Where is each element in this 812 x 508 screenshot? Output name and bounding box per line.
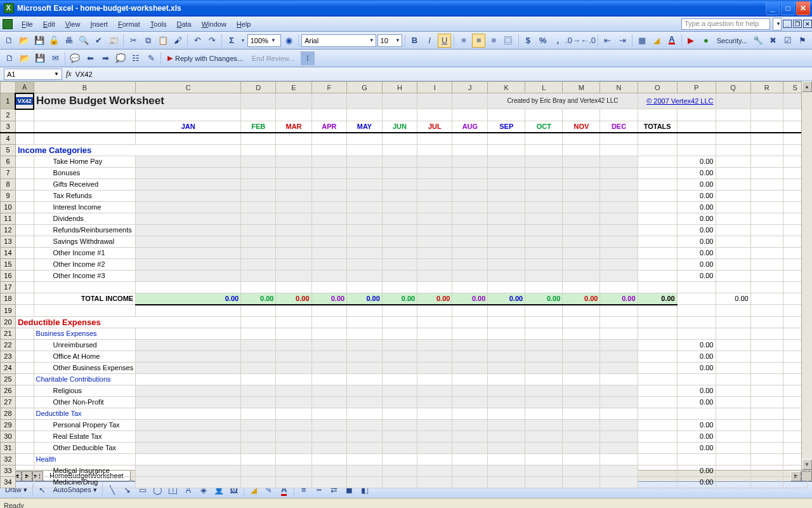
- input-cell[interactable]: [525, 270, 563, 281]
- input-cell[interactable]: [241, 339, 276, 351]
- input-cell[interactable]: [600, 270, 638, 281]
- input-cell[interactable]: [311, 339, 347, 351]
- input-cell[interactable]: [311, 431, 347, 442]
- input-cell[interactable]: [241, 178, 276, 190]
- input-cell[interactable]: [525, 247, 563, 258]
- input-cell[interactable]: [136, 190, 241, 201]
- ink-icon[interactable]: ✎: [144, 51, 158, 65]
- input-cell[interactable]: [347, 476, 383, 488]
- row-header-13[interactable]: 13: [1, 236, 16, 247]
- input-cell[interactable]: [241, 431, 276, 442]
- input-cell[interactable]: [525, 258, 563, 270]
- input-cell[interactable]: [136, 431, 241, 442]
- input-cell[interactable]: [600, 224, 638, 236]
- input-cell[interactable]: [563, 362, 600, 373]
- input-cell[interactable]: [525, 236, 563, 247]
- input-cell[interactable]: [417, 213, 452, 224]
- input-cell[interactable]: [311, 236, 347, 247]
- input-cell[interactable]: [311, 270, 347, 281]
- input-cell[interactable]: [452, 258, 488, 270]
- row-header-7[interactable]: 7: [1, 167, 16, 178]
- align-center-button[interactable]: ≡: [472, 34, 486, 48]
- input-cell[interactable]: [241, 236, 276, 247]
- row-header-8[interactable]: 8: [1, 178, 16, 190]
- input-cell[interactable]: [382, 258, 417, 270]
- input-cell[interactable]: [276, 201, 311, 213]
- input-cell[interactable]: [488, 156, 525, 167]
- input-cell[interactable]: [563, 431, 600, 442]
- input-cell[interactable]: [488, 385, 525, 396]
- input-cell[interactable]: [417, 385, 452, 396]
- input-cell[interactable]: [600, 247, 638, 258]
- input-cell[interactable]: [136, 339, 241, 351]
- row-header-16[interactable]: 16: [1, 270, 16, 281]
- input-cell[interactable]: [488, 190, 525, 201]
- input-cell[interactable]: [276, 167, 311, 178]
- input-cell[interactable]: [241, 476, 276, 488]
- input-cell[interactable]: [488, 224, 525, 236]
- input-cell[interactable]: [600, 442, 638, 453]
- input-cell[interactable]: [382, 190, 417, 201]
- row-header-3[interactable]: 3: [1, 121, 16, 133]
- menu-tools[interactable]: Tools: [145, 19, 172, 29]
- input-cell[interactable]: [347, 385, 383, 396]
- input-cell[interactable]: [488, 362, 525, 373]
- input-cell[interactable]: [452, 201, 488, 213]
- format-painter-icon[interactable]: 🖌: [171, 34, 185, 48]
- input-cell[interactable]: [563, 156, 600, 167]
- input-cell[interactable]: [241, 258, 276, 270]
- input-cell[interactable]: [136, 236, 241, 247]
- input-cell[interactable]: [347, 442, 383, 453]
- row-header-31[interactable]: 31: [1, 442, 16, 453]
- input-cell[interactable]: [347, 236, 383, 247]
- input-cell[interactable]: [136, 419, 241, 431]
- input-cell[interactable]: [417, 270, 452, 281]
- input-cell[interactable]: [563, 178, 600, 190]
- copyright-link[interactable]: © 2007 Vertex42 LLC: [638, 93, 716, 109]
- copy-icon[interactable]: ⧉: [141, 34, 155, 48]
- macro-play-icon[interactable]: ▶: [684, 34, 698, 48]
- input-cell[interactable]: [347, 190, 383, 201]
- input-cell[interactable]: [525, 351, 563, 362]
- mail-icon[interactable]: ✉: [48, 51, 62, 65]
- fx-icon[interactable]: fx: [66, 69, 72, 79]
- input-cell[interactable]: [311, 156, 347, 167]
- input-cell[interactable]: [241, 385, 276, 396]
- input-cell[interactable]: [276, 224, 311, 236]
- input-cell[interactable]: [417, 465, 452, 476]
- col-header-F[interactable]: F: [311, 82, 347, 93]
- show-all-icon[interactable]: ☷: [129, 51, 143, 65]
- input-cell[interactable]: [563, 465, 600, 476]
- row-header-32[interactable]: 32: [1, 453, 16, 465]
- tool-icon-1[interactable]: 🔧: [751, 34, 765, 48]
- workbook-restore-button[interactable]: ❐: [793, 20, 802, 28]
- save-icon[interactable]: 💾: [32, 34, 46, 48]
- input-cell[interactable]: [136, 385, 241, 396]
- input-cell[interactable]: [563, 213, 600, 224]
- input-cell[interactable]: [276, 351, 311, 362]
- input-cell[interactable]: [452, 351, 488, 362]
- col-header-E[interactable]: E: [276, 82, 311, 93]
- input-cell[interactable]: [525, 339, 563, 351]
- input-cell[interactable]: [525, 476, 563, 488]
- input-cell[interactable]: [600, 396, 638, 408]
- input-cell[interactable]: [488, 178, 525, 190]
- input-cell[interactable]: [600, 465, 638, 476]
- input-cell[interactable]: [563, 476, 600, 488]
- workbook-close-button[interactable]: ✕: [803, 20, 812, 28]
- select-all-cell[interactable]: [1, 82, 16, 93]
- worksheet-grid[interactable]: ABCDEFGHIJKLMNOPQRS1 VX42 Home Budget Wo…: [0, 81, 812, 470]
- scroll-down-button[interactable]: ▼: [802, 459, 812, 470]
- menu-window[interactable]: Window: [197, 19, 232, 29]
- col-header-J[interactable]: J: [452, 82, 488, 93]
- input-cell[interactable]: [347, 431, 383, 442]
- macro-record-icon[interactable]: ●: [699, 34, 713, 48]
- input-cell[interactable]: [452, 362, 488, 373]
- input-cell[interactable]: [452, 156, 488, 167]
- input-cell[interactable]: [382, 247, 417, 258]
- row-header-14[interactable]: 14: [1, 247, 16, 258]
- input-cell[interactable]: [382, 419, 417, 431]
- input-cell[interactable]: [382, 442, 417, 453]
- input-cell[interactable]: [600, 213, 638, 224]
- input-cell[interactable]: [311, 442, 347, 453]
